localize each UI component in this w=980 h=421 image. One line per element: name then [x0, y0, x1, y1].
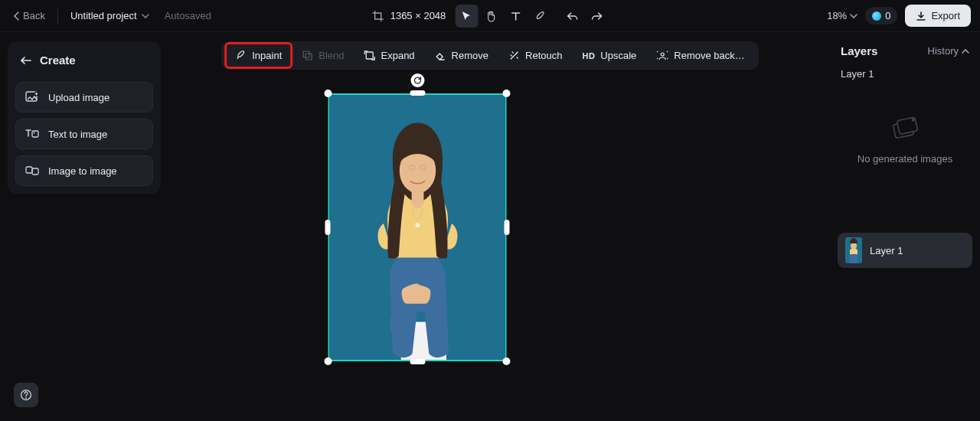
create-title: Create [40, 54, 76, 67]
resize-handle-se[interactable] [503, 357, 511, 365]
text-tool[interactable] [504, 5, 527, 28]
stack-icon [887, 113, 923, 145]
resize-handle-nw[interactable] [325, 90, 332, 97]
retouch-label: Retouch [525, 50, 562, 61]
upscale-label: Upscale [600, 50, 636, 61]
remove-icon [435, 50, 446, 61]
action-toolbar: Inpaint Blend Expand Remove Retouch HD U… [221, 41, 759, 70]
pan-tool[interactable] [479, 5, 502, 28]
svg-rect-7 [305, 54, 312, 60]
selection-frame [328, 93, 507, 361]
export-button[interactable]: Export [905, 5, 971, 27]
svg-point-23 [25, 397, 27, 399]
brush-tool[interactable] [528, 5, 551, 28]
blend-icon [302, 50, 313, 61]
expand-label: Expand [381, 50, 415, 61]
image-content [330, 95, 505, 360]
svg-rect-8 [367, 52, 374, 59]
inpaint-label: Inpaint [252, 50, 282, 61]
resize-handle-sw[interactable] [325, 357, 332, 365]
remove-label: Remove [452, 50, 488, 61]
undo-icon [566, 11, 578, 21]
rotate-icon [413, 76, 422, 85]
inpaint-tool[interactable]: Inpaint [226, 44, 291, 67]
expand-icon [364, 50, 376, 61]
resize-handle-ne[interactable] [503, 90, 511, 97]
svg-point-12 [390, 307, 411, 340]
remove-bg-icon [656, 50, 668, 61]
resize-handle-s[interactable] [410, 359, 425, 364]
resize-handle-w[interactable] [325, 220, 331, 235]
retouch-tool[interactable]: Retouch [499, 44, 571, 67]
chevron-down-icon [850, 13, 858, 19]
layer-item[interactable]: Layer 1 [838, 233, 972, 268]
rotate-handle[interactable] [410, 73, 424, 87]
project-title-dropdown[interactable]: Untitled project [66, 7, 154, 24]
select-tool[interactable] [455, 5, 478, 28]
download-icon [916, 11, 926, 21]
history-toggle[interactable]: History [928, 45, 969, 57]
brush-icon [534, 10, 546, 21]
expand-tool[interactable]: Expand [355, 44, 424, 67]
back-arrow-icon [20, 56, 32, 65]
cursor-icon [461, 10, 472, 21]
svg-rect-6 [303, 51, 309, 57]
zoom-dropdown[interactable]: 18% [827, 10, 858, 21]
chevron-down-icon [142, 13, 149, 19]
credit-count: 0 [885, 10, 890, 21]
blend-label: Blend [318, 50, 344, 61]
autosaved-status: Autosaved [165, 10, 211, 21]
help-icon [20, 389, 32, 401]
svg-rect-21 [850, 254, 858, 263]
project-title-label: Untitled project [70, 10, 137, 21]
dimensions-label: 1365 × 2048 [390, 10, 446, 21]
layer-thumbnail [845, 237, 862, 263]
canvas[interactable] [0, 70, 835, 421]
upscale-tool[interactable]: HD Upscale [573, 44, 645, 67]
svg-point-14 [416, 223, 420, 227]
hand-icon [485, 10, 497, 22]
resize-handle-e[interactable] [505, 220, 510, 235]
retouch-icon [508, 50, 520, 61]
help-button[interactable] [14, 383, 38, 407]
svg-point-9 [661, 53, 664, 56]
no-generations-text: No generated images [858, 153, 952, 165]
upscale-icon: HD [582, 51, 595, 60]
credits-chip[interactable]: 0 [865, 7, 897, 24]
redo-icon [590, 11, 603, 21]
back-label: Back [23, 10, 45, 21]
current-layer-label[interactable]: Layer 1 [838, 65, 972, 83]
text-icon [510, 11, 521, 21]
layers-panel: Layers History Layer 1 No generated imag… [838, 41, 972, 413]
canvas-dimensions[interactable]: 1365 × 2048 [372, 10, 446, 22]
export-label: Export [931, 10, 960, 21]
resize-handle-n[interactable] [410, 90, 425, 96]
undo-button[interactable] [560, 5, 583, 28]
remove-background-tool[interactable]: Remove back… [647, 44, 753, 67]
remove-tool[interactable]: Remove [426, 44, 498, 67]
redo-button[interactable] [585, 5, 608, 28]
crop-icon [372, 10, 384, 22]
inpaint-icon [235, 50, 247, 61]
blend-tool: Blend [292, 44, 353, 67]
remove-bg-label: Remove back… [674, 50, 744, 61]
history-label: History [928, 45, 959, 57]
layer-item-label: Layer 1 [870, 245, 903, 256]
chevron-left-icon [14, 11, 20, 21]
credit-dot-icon [872, 11, 881, 21]
no-generations-message: No generated images [838, 116, 972, 165]
layers-title: Layers [841, 44, 877, 57]
zoom-label: 18% [827, 10, 847, 21]
chevron-up-icon [962, 48, 969, 54]
selected-image[interactable] [328, 93, 507, 361]
back-button[interactable]: Back [9, 7, 50, 24]
divider [57, 8, 58, 24]
